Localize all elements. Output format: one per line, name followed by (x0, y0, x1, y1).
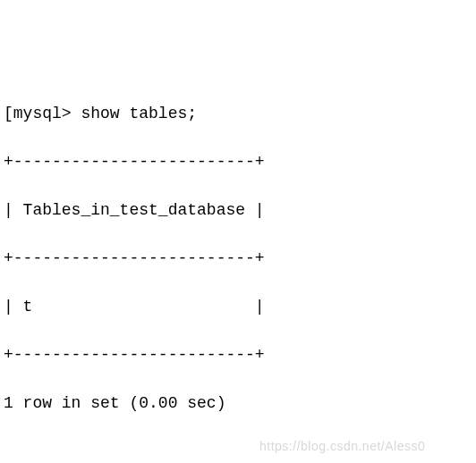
command-line: [mysql> show tables; (4, 102, 472, 126)
table-border: +-------------------------+ (4, 343, 472, 367)
watermark-text: https://blog.csdn.net/Aless0 (259, 437, 425, 456)
table-data-row: | t | (4, 295, 472, 319)
table-header-row: | Tables_in_test_database | (4, 198, 472, 223)
sql-command: show tables; (81, 105, 197, 122)
table-border: +-------------------------+ (4, 150, 472, 174)
terminal-output: [mysql> show tables; +------------------… (4, 102, 472, 463)
query-result: 1 row in set (0.00 sec) (4, 391, 472, 416)
bracket: [ (4, 105, 13, 122)
mysql-prompt: mysql> (13, 105, 81, 122)
table-border: +-------------------------+ (4, 247, 472, 271)
